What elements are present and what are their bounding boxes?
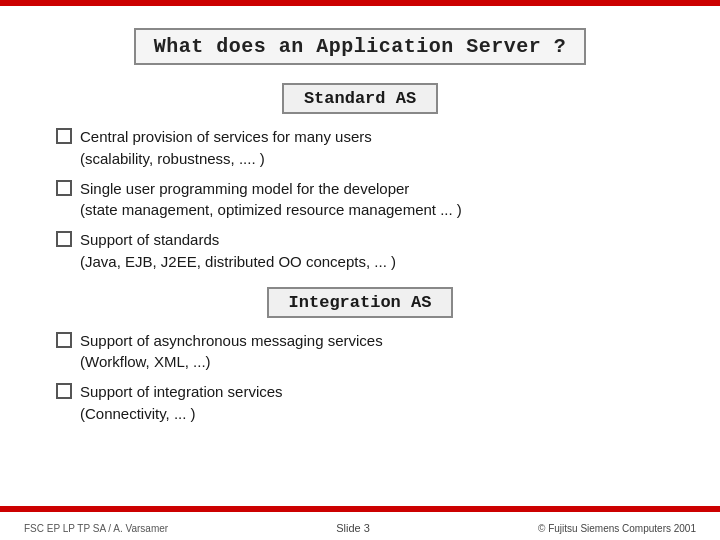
title-section: What does an Application Server ? [32, 28, 688, 65]
bullet-icon [56, 180, 72, 196]
standard-as-section: Standard AS [32, 83, 688, 114]
bullet-icon [56, 231, 72, 247]
page-title: What does an Application Server ? [134, 28, 587, 65]
bullet-text-5: Support of integration services (Connect… [80, 381, 283, 425]
list-item: Support of standards (Java, EJB, J2EE, d… [56, 229, 688, 273]
footer-copyright: © Fujitsu Siemens Computers 2001 [538, 523, 696, 534]
footer-left: FSC EP LP TP SA / A. Varsamer [24, 523, 168, 534]
bottom-red-bar [0, 506, 720, 512]
bullet-text-4: Support of asynchronous messaging servic… [80, 330, 383, 374]
integration-as-label: Integration AS [267, 287, 454, 318]
slide-number: Slide 3 [336, 522, 370, 534]
list-item: Single user programming model for the de… [56, 178, 688, 222]
standard-as-label: Standard AS [282, 83, 438, 114]
list-item: Support of asynchronous messaging servic… [56, 330, 688, 374]
bullet-icon [56, 383, 72, 399]
bullet-text-1: Central provision of services for many u… [80, 126, 372, 170]
top-red-bar [0, 0, 720, 6]
bullet-text-2: Single user programming model for the de… [80, 178, 462, 222]
footer: FSC EP LP TP SA / A. Varsamer Slide 3 © … [0, 522, 720, 534]
integration-as-section: Integration AS [32, 287, 688, 318]
standard-bullets: Central provision of services for many u… [56, 126, 688, 273]
list-item: Support of integration services (Connect… [56, 381, 688, 425]
integration-bullets: Support of asynchronous messaging servic… [56, 330, 688, 425]
bullet-icon [56, 128, 72, 144]
bullet-icon [56, 332, 72, 348]
list-item: Central provision of services for many u… [56, 126, 688, 170]
page-container: What does an Application Server ? Standa… [0, 0, 720, 540]
bullet-text-3: Support of standards (Java, EJB, J2EE, d… [80, 229, 396, 273]
